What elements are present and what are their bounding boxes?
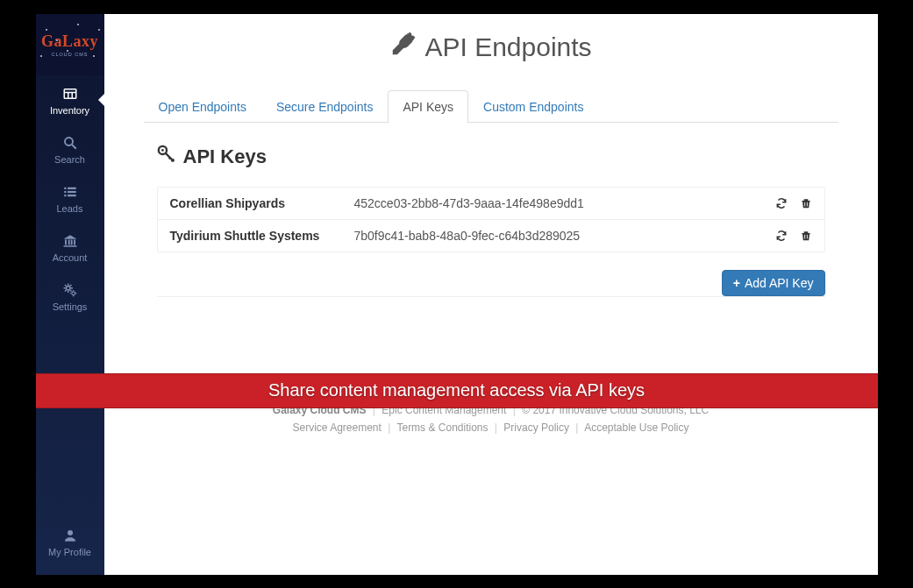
add-api-key-button[interactable]: + Add API Key xyxy=(722,270,825,296)
promo-banner: Share content management access via API … xyxy=(36,373,878,408)
key-actions xyxy=(775,230,812,242)
search-icon xyxy=(36,135,104,151)
sidebar-item-label: Inventory xyxy=(50,105,89,116)
svg-point-18 xyxy=(66,286,70,290)
logo[interactable]: GaLaxy CLOUD CMS xyxy=(36,14,104,75)
sidebar-item-label: Search xyxy=(54,154,85,165)
trash-icon[interactable] xyxy=(800,230,812,242)
key-value: 7b0f9c41-bab8-48a0-9fec-c64b3d289025 xyxy=(354,229,775,243)
main-content: API Endpoints Open Endpoints Secure Endp… xyxy=(104,14,878,575)
sidebar-item-inventory[interactable]: Inventory xyxy=(36,75,104,124)
table-row: Tydirium Shuttle Systems 7b0f9c41-bab8-4… xyxy=(158,220,824,251)
plug-icon xyxy=(389,32,416,64)
svg-point-19 xyxy=(71,291,75,294)
footer-link-privacy[interactable]: Privacy Policy xyxy=(503,422,569,434)
section-api-keys: API Keys Corellian Shipyards 452cce03-2b… xyxy=(144,145,838,297)
plus-icon: + xyxy=(733,276,740,290)
svg-rect-11 xyxy=(68,195,76,196)
svg-point-20 xyxy=(68,530,73,535)
svg-rect-6 xyxy=(64,187,66,188)
sidebar-item-label: Leads xyxy=(57,203,83,214)
svg-rect-13 xyxy=(65,239,67,244)
svg-rect-27 xyxy=(804,234,805,238)
svg-rect-25 xyxy=(804,202,805,206)
sidebar-item-label: Settings xyxy=(53,301,88,312)
list-icon xyxy=(36,184,104,200)
tab-label: Custom Endpoints xyxy=(483,100,583,114)
grid-icon xyxy=(36,86,104,102)
page-title-text: API Endpoints xyxy=(424,32,591,62)
api-keys-table: Corellian Shipyards 452cce03-2bb8-47d3-9… xyxy=(157,187,825,252)
page-title: API Endpoints xyxy=(144,32,838,64)
sidebar-item-profile[interactable]: My Profile xyxy=(36,517,104,566)
footer-link-service[interactable]: Service Agreement xyxy=(292,422,381,434)
svg-rect-0 xyxy=(64,89,76,98)
key-icon xyxy=(157,145,176,169)
app-window: GaLaxy CLOUD CMS Inventory Search Le xyxy=(36,14,878,575)
refresh-icon[interactable] xyxy=(775,197,788,209)
sidebar-item-leads[interactable]: Leads xyxy=(36,174,104,223)
key-name: Tydirium Shuttle Systems xyxy=(170,229,354,243)
logo-subtext: CLOUD CMS xyxy=(51,52,88,57)
svg-rect-28 xyxy=(806,234,807,238)
footer-link-aup[interactable]: Acceptable Use Policy xyxy=(584,422,688,434)
cogs-icon xyxy=(36,282,104,298)
svg-rect-26 xyxy=(806,202,807,206)
tab-open-endpoints[interactable]: Open Endpoints xyxy=(144,90,261,123)
sidebar-item-account[interactable]: Account xyxy=(36,223,104,272)
svg-rect-17 xyxy=(63,245,76,247)
sidebar-item-label: Account xyxy=(53,252,88,263)
bank-icon xyxy=(36,233,104,249)
tab-label: API Keys xyxy=(403,100,453,114)
logo-text: GaLaxy xyxy=(41,32,98,51)
svg-line-5 xyxy=(72,145,76,149)
tabs: Open Endpoints Secure Endpoints API Keys… xyxy=(144,90,838,123)
footer-link-terms[interactable]: Terms & Conditions xyxy=(396,422,488,434)
svg-rect-16 xyxy=(74,239,75,244)
key-value: 452cce03-2bb8-47d3-9aaa-14fe498e9dd1 xyxy=(354,196,775,210)
svg-rect-7 xyxy=(68,187,76,188)
divider xyxy=(157,296,825,297)
footer-line-2: Service Agreement | Terms & Conditions |… xyxy=(144,422,838,434)
sidebar-item-search[interactable]: Search xyxy=(36,124,104,174)
app-frame: GaLaxy CLOUD CMS Inventory Search Le xyxy=(0,0,913,588)
tab-custom-endpoints[interactable]: Custom Endpoints xyxy=(468,90,598,123)
refresh-icon[interactable] xyxy=(775,230,788,242)
svg-marker-12 xyxy=(63,235,76,239)
add-button-label: Add API Key xyxy=(745,276,814,290)
tab-label: Secure Endpoints xyxy=(276,100,374,114)
svg-rect-9 xyxy=(68,190,76,192)
svg-point-24 xyxy=(161,149,164,152)
sidebar: GaLaxy CLOUD CMS Inventory Search Le xyxy=(36,14,104,575)
table-row: Corellian Shipyards 452cce03-2bb8-47d3-9… xyxy=(158,188,824,220)
svg-point-4 xyxy=(65,138,73,145)
svg-rect-15 xyxy=(70,239,72,244)
user-icon xyxy=(36,528,104,543)
svg-rect-14 xyxy=(68,239,69,244)
section-title-text: API Keys xyxy=(183,145,267,168)
tab-secure-endpoints[interactable]: Secure Endpoints xyxy=(261,90,389,123)
banner-text: Share content management access via API … xyxy=(268,380,645,400)
sidebar-item-settings[interactable]: Settings xyxy=(36,272,104,321)
section-title: API Keys xyxy=(157,145,825,169)
svg-rect-10 xyxy=(64,195,66,196)
tab-label: Open Endpoints xyxy=(159,100,246,114)
key-actions xyxy=(775,197,812,209)
tab-api-keys[interactable]: API Keys xyxy=(388,90,468,123)
svg-rect-8 xyxy=(64,190,66,192)
sidebar-item-label: My Profile xyxy=(48,547,91,557)
key-name: Corellian Shipyards xyxy=(170,196,354,210)
trash-icon[interactable] xyxy=(800,197,812,209)
